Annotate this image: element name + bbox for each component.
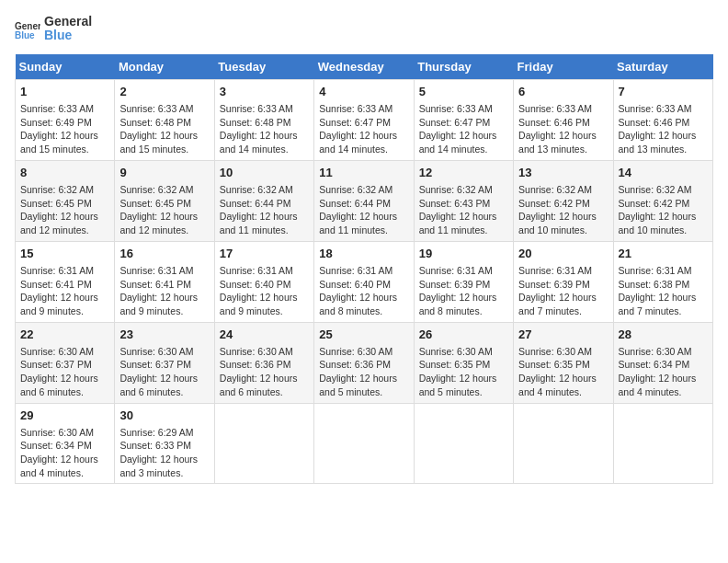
- daylight: Daylight: 12 hours and 8 minutes.: [419, 292, 497, 316]
- calendar-cell: 12Sunrise: 6:32 AMSunset: 6:43 PMDayligh…: [414, 160, 513, 241]
- sunset: Sunset: 6:44 PM: [220, 198, 291, 209]
- sunset: Sunset: 6:41 PM: [119, 279, 191, 290]
- logo: General Blue General Blue: [15, 15, 92, 43]
- sunrise: Sunrise: 6:31 AM: [20, 265, 94, 276]
- daylight: Daylight: 12 hours and 9 minutes.: [20, 292, 98, 316]
- sunrise: Sunrise: 6:30 AM: [319, 346, 392, 357]
- day-number: 15: [20, 246, 109, 262]
- day-header-tuesday: Tuesday: [214, 54, 313, 80]
- calendar-cell: 25Sunrise: 6:30 AMSunset: 6:36 PMDayligh…: [314, 322, 414, 403]
- sunrise: Sunrise: 6:30 AM: [119, 346, 193, 357]
- day-number: 27: [518, 327, 608, 343]
- day-number: 25: [319, 327, 408, 343]
- sunset: Sunset: 6:36 PM: [319, 359, 391, 370]
- calendar-cell: 10Sunrise: 6:32 AMSunset: 6:44 PMDayligh…: [214, 160, 313, 241]
- sunset: Sunset: 6:48 PM: [220, 117, 291, 128]
- header-row: SundayMondayTuesdayWednesdayThursdayFrid…: [16, 54, 713, 80]
- daylight: Daylight: 12 hours and 4 minutes.: [518, 373, 597, 397]
- daylight: Daylight: 12 hours and 15 minutes.: [20, 130, 98, 155]
- calendar-cell: 16Sunrise: 6:31 AMSunset: 6:41 PMDayligh…: [115, 241, 214, 322]
- day-number: 20: [518, 246, 608, 262]
- daylight: Daylight: 12 hours and 13 minutes.: [619, 130, 697, 155]
- sunset: Sunset: 6:39 PM: [419, 279, 491, 290]
- daylight: Daylight: 12 hours and 4 minutes.: [20, 454, 98, 478]
- sunrise: Sunrise: 6:31 AM: [220, 265, 293, 276]
- daylight: Daylight: 12 hours and 11 minutes.: [419, 211, 497, 236]
- day-number: 26: [419, 327, 508, 343]
- sunset: Sunset: 6:36 PM: [220, 359, 291, 370]
- daylight: Daylight: 12 hours and 6 minutes.: [119, 373, 198, 397]
- calendar-cell: [613, 403, 712, 484]
- calendar-cell: 17Sunrise: 6:31 AMSunset: 6:40 PMDayligh…: [214, 241, 313, 322]
- sunset: Sunset: 6:38 PM: [619, 279, 690, 290]
- daylight: Daylight: 12 hours and 11 minutes.: [220, 211, 298, 236]
- day-header-monday: Monday: [115, 54, 214, 80]
- calendar-cell: 5Sunrise: 6:33 AMSunset: 6:47 PMDaylight…: [414, 79, 513, 160]
- sunrise: Sunrise: 6:31 AM: [518, 265, 592, 276]
- sunrise: Sunrise: 6:33 AM: [119, 103, 193, 114]
- sunset: Sunset: 6:35 PM: [518, 359, 590, 370]
- day-number: 4: [319, 84, 408, 100]
- sunset: Sunset: 6:43 PM: [419, 198, 491, 209]
- calendar-cell: 20Sunrise: 6:31 AMSunset: 6:39 PMDayligh…: [514, 241, 613, 322]
- calendar-cell: 6Sunrise: 6:33 AMSunset: 6:46 PMDaylight…: [514, 79, 613, 160]
- day-number: 29: [20, 408, 109, 424]
- logo-icon: General Blue: [15, 18, 40, 39]
- sunrise: Sunrise: 6:30 AM: [518, 346, 592, 357]
- sunset: Sunset: 6:42 PM: [619, 198, 690, 209]
- sunset: Sunset: 6:37 PM: [119, 359, 191, 370]
- sunrise: Sunrise: 6:31 AM: [319, 265, 392, 276]
- day-number: 13: [518, 165, 608, 181]
- sunset: Sunset: 6:49 PM: [20, 117, 92, 128]
- day-number: 2: [119, 84, 209, 100]
- sunset: Sunset: 6:45 PM: [119, 198, 191, 209]
- header: General Blue General Blue: [15, 15, 713, 43]
- daylight: Daylight: 12 hours and 7 minutes.: [619, 292, 697, 316]
- day-number: 10: [220, 165, 309, 181]
- calendar-cell: 23Sunrise: 6:30 AMSunset: 6:37 PMDayligh…: [115, 322, 214, 403]
- day-number: 7: [619, 84, 708, 100]
- sunrise: Sunrise: 6:32 AM: [220, 184, 293, 195]
- sunset: Sunset: 6:45 PM: [20, 198, 92, 209]
- daylight: Daylight: 12 hours and 3 minutes.: [119, 454, 198, 478]
- day-number: 17: [220, 246, 309, 262]
- day-header-friday: Friday: [514, 54, 613, 80]
- day-number: 21: [619, 246, 708, 262]
- logo-general-text: General: [44, 15, 92, 29]
- sunset: Sunset: 6:39 PM: [518, 279, 590, 290]
- calendar-cell: 15Sunrise: 6:31 AMSunset: 6:41 PMDayligh…: [16, 241, 115, 322]
- day-number: 23: [119, 327, 209, 343]
- sunset: Sunset: 6:34 PM: [20, 440, 92, 451]
- daylight: Daylight: 12 hours and 14 minutes.: [319, 130, 397, 155]
- sunset: Sunset: 6:47 PM: [319, 117, 391, 128]
- day-number: 22: [20, 327, 109, 343]
- day-number: 12: [419, 165, 508, 181]
- daylight: Daylight: 12 hours and 6 minutes.: [220, 373, 298, 397]
- daylight: Daylight: 12 hours and 15 minutes.: [119, 130, 198, 155]
- sunrise: Sunrise: 6:32 AM: [518, 184, 592, 195]
- daylight: Daylight: 12 hours and 7 minutes.: [518, 292, 597, 316]
- day-header-sunday: Sunday: [16, 54, 115, 80]
- sunrise: Sunrise: 6:32 AM: [319, 184, 392, 195]
- daylight: Daylight: 12 hours and 14 minutes.: [220, 130, 298, 155]
- daylight: Daylight: 12 hours and 12 minutes.: [119, 211, 198, 236]
- calendar-cell: [514, 403, 613, 484]
- sunrise: Sunrise: 6:29 AM: [119, 427, 193, 438]
- calendar-cell: 9Sunrise: 6:32 AMSunset: 6:45 PMDaylight…: [115, 160, 214, 241]
- sunset: Sunset: 6:37 PM: [20, 359, 92, 370]
- calendar-cell: [314, 403, 414, 484]
- calendar-cell: 4Sunrise: 6:33 AMSunset: 6:47 PMDaylight…: [314, 79, 414, 160]
- calendar-cell: 18Sunrise: 6:31 AMSunset: 6:40 PMDayligh…: [314, 241, 414, 322]
- sunrise: Sunrise: 6:32 AM: [119, 184, 193, 195]
- daylight: Daylight: 12 hours and 9 minutes.: [220, 292, 298, 316]
- calendar-cell: 22Sunrise: 6:30 AMSunset: 6:37 PMDayligh…: [16, 322, 115, 403]
- calendar-cell: 3Sunrise: 6:33 AMSunset: 6:48 PMDaylight…: [214, 79, 313, 160]
- daylight: Daylight: 12 hours and 10 minutes.: [619, 211, 697, 236]
- daylight: Daylight: 12 hours and 10 minutes.: [518, 211, 597, 236]
- sunrise: Sunrise: 6:30 AM: [20, 427, 94, 438]
- daylight: Daylight: 12 hours and 8 minutes.: [319, 292, 397, 316]
- sunrise: Sunrise: 6:32 AM: [619, 184, 692, 195]
- sunset: Sunset: 6:46 PM: [518, 117, 590, 128]
- sunset: Sunset: 6:41 PM: [20, 279, 92, 290]
- day-number: 11: [319, 165, 408, 181]
